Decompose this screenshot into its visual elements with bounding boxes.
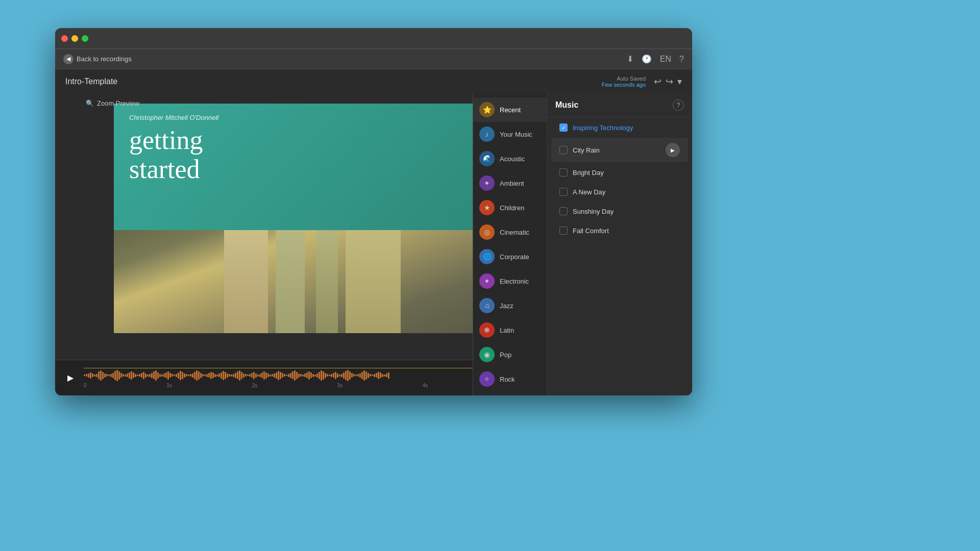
waveform-bar xyxy=(167,371,169,380)
waveform-bar xyxy=(270,374,271,377)
download-icon[interactable]: ⬇ xyxy=(627,54,633,64)
track-item-fall-comfort[interactable]: Fall Comfort xyxy=(551,221,688,240)
undo-button[interactable]: ↩ xyxy=(654,76,662,87)
waveform-bar xyxy=(94,374,95,377)
category-item-cinematic[interactable]: ◎ Cinematic xyxy=(473,220,547,244)
timestamp-1: 1s xyxy=(166,383,172,388)
waveform-bar xyxy=(325,373,326,378)
waveform-bar xyxy=(261,372,263,378)
waveform-bar xyxy=(327,374,328,377)
search-icon: 🔍 xyxy=(86,99,94,107)
category-item-pop[interactable]: ◉ Pop xyxy=(473,342,547,367)
recent-icon: ⭐ xyxy=(479,102,495,117)
track-name-inspiring: Inspiring Technology xyxy=(573,124,680,132)
waveform-bar xyxy=(388,372,389,379)
category-item-rock[interactable]: ✧ Rock xyxy=(473,367,547,391)
waveform-bar xyxy=(357,374,359,377)
track-panel: Music ? ✓ Inspiring Technology City Rain… xyxy=(547,93,692,395)
category-label-corporate: Corporate xyxy=(500,253,529,261)
language-selector[interactable]: EN xyxy=(660,55,671,64)
waveform-bar xyxy=(259,374,261,377)
main-area: 🔍 Zoom Preview December 2020 xyxy=(55,93,692,395)
auto-saved-indicator: Auto Saved Few seconds ago xyxy=(602,76,646,88)
history-icon[interactable]: 🕐 xyxy=(642,54,652,64)
track-checkbox-inspiring[interactable]: ✓ xyxy=(559,123,568,132)
timestamp-0: 0 xyxy=(84,383,87,388)
waveform-bar xyxy=(192,373,193,378)
waveform-bar xyxy=(110,374,112,377)
track-checkbox-a-new-day[interactable] xyxy=(559,188,568,196)
waveform-bar xyxy=(120,373,122,378)
waveform-bar xyxy=(88,373,89,378)
category-label-your-music: Your Music xyxy=(500,131,532,138)
zoom-preview-label: Zoom Preview xyxy=(97,99,139,107)
waveform-bar xyxy=(151,373,153,378)
waveform-bar xyxy=(184,373,185,378)
waveform-bar xyxy=(104,373,106,378)
minimize-button[interactable] xyxy=(71,35,78,42)
waveform-bar xyxy=(96,374,97,377)
waveform-bar xyxy=(200,373,202,378)
track-checkbox-sunshiny-day[interactable] xyxy=(559,207,568,215)
category-item-acoustic[interactable]: 🌊 Acoustic xyxy=(473,146,547,171)
waveform-bar xyxy=(365,371,367,380)
waveform-bar xyxy=(196,370,198,381)
zoom-preview-button[interactable]: 🔍 Zoom Preview xyxy=(86,99,139,107)
category-item-recent[interactable]: ⭐ Recent xyxy=(473,97,547,122)
music-panel: ⭐ Recent ♪ Your Music 🌊 Acoustic ✦ Ambie… xyxy=(473,93,692,395)
play-button[interactable]: ▶ xyxy=(63,371,78,385)
waveform-bar xyxy=(194,372,195,379)
waveform-bar xyxy=(92,373,93,377)
track-item-sunshiny-day[interactable]: Sunshiny Day xyxy=(551,202,688,220)
waveform-bar xyxy=(208,373,210,378)
waveform-bar xyxy=(294,370,296,381)
help-icon[interactable]: ? xyxy=(679,55,684,64)
waveform-bar xyxy=(188,374,189,376)
track-item-a-new-day[interactable]: A New Day xyxy=(551,183,688,201)
dropdown-button[interactable]: ▾ xyxy=(677,76,682,87)
track-name-sunshiny-day: Sunshiny Day xyxy=(573,208,680,215)
back-button[interactable]: ◀ Back to recordings xyxy=(63,54,132,64)
waveform-bar xyxy=(129,372,130,379)
category-label-electronic: Electronic xyxy=(500,278,529,285)
category-item-electronic[interactable]: ✦ Electronic xyxy=(473,269,547,293)
waveform-bar xyxy=(159,374,161,377)
category-item-corporate[interactable]: 🌐 Corporate xyxy=(473,244,547,269)
track-item-inspiring-technology[interactable]: ✓ Inspiring Technology xyxy=(551,118,688,137)
play-track-city-rain[interactable]: ▶ xyxy=(666,143,680,157)
category-label-children: Children xyxy=(500,204,524,212)
waveform-bar xyxy=(359,373,361,378)
waveform-bar xyxy=(165,372,167,378)
waveform-bar xyxy=(239,370,240,381)
waveform-bar xyxy=(333,373,334,378)
track-item-city-rain[interactable]: City Rain ▶ xyxy=(551,138,688,162)
category-item-children[interactable]: ★ Children xyxy=(473,195,547,220)
category-item-latin[interactable]: ❋ Latin xyxy=(473,318,547,342)
redo-button[interactable]: ↪ xyxy=(666,76,673,87)
track-item-bright-day[interactable]: Bright Day xyxy=(551,163,688,182)
timestamp-3: 3s xyxy=(337,383,343,388)
track-checkbox-city-rain[interactable] xyxy=(559,146,568,154)
category-item-ambient[interactable]: ✦ Ambient xyxy=(473,171,547,195)
waveform-bar xyxy=(280,372,281,379)
waveform-bar xyxy=(131,371,132,380)
maximize-button[interactable] xyxy=(82,35,88,42)
category-item-your-music[interactable]: ♪ Your Music xyxy=(473,122,547,146)
waveform-bar xyxy=(202,374,204,377)
panel-header: Music ? xyxy=(547,93,692,117)
track-checkbox-fall-comfort[interactable] xyxy=(559,227,568,235)
jazz-icon: ♫ xyxy=(479,298,495,313)
waveform-bar xyxy=(308,371,310,380)
waveform-bar xyxy=(141,373,142,378)
waveform-bar xyxy=(290,373,291,378)
category-label-acoustic: Acoustic xyxy=(500,155,525,163)
waveform-bar xyxy=(286,374,287,376)
close-button[interactable] xyxy=(61,35,68,42)
waveform-bar xyxy=(155,370,157,381)
help-button[interactable]: ? xyxy=(673,99,684,111)
waveform-bar xyxy=(218,373,220,377)
track-checkbox-bright-day[interactable] xyxy=(559,168,568,177)
waveform-bar xyxy=(116,370,118,381)
category-item-jazz[interactable]: ♫ Jazz xyxy=(473,293,547,318)
timestamp-4: 4s xyxy=(423,383,428,388)
